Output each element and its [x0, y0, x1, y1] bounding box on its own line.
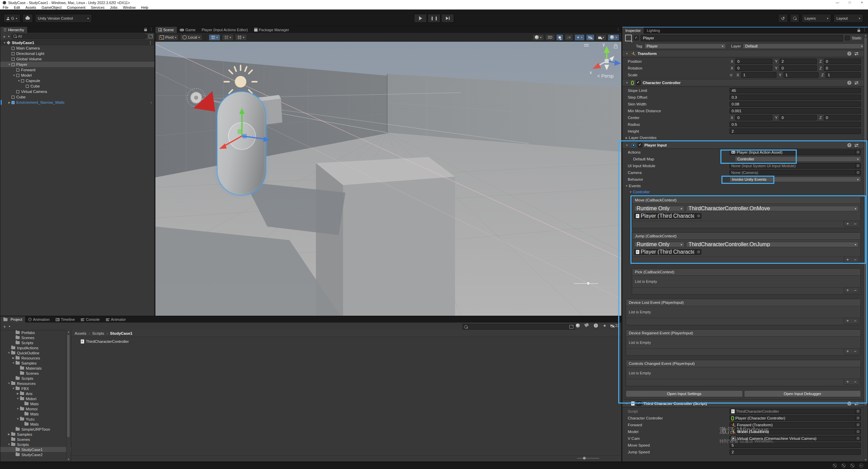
project-folder-simpleurptoon[interactable]: SimpleURPToon [0, 427, 71, 432]
project-folder-scripts[interactable]: ▼Scripts [0, 442, 71, 447]
tab-player-input-actions-editor-[interactable]: Player (Input Actions Editor) [199, 27, 251, 33]
preset-icon[interactable] [854, 81, 858, 84]
help-icon[interactable]: ? [847, 52, 851, 56]
undo-history-button[interactable]: ↺ [778, 14, 788, 23]
value-field[interactable]: 0.3 [730, 95, 861, 100]
layers-dropdown[interactable]: Layers ▾ [801, 14, 831, 23]
object-picker-icon[interactable]: ⊙ [855, 429, 861, 434]
hierarchy-row-main-camera[interactable]: Main Camera [0, 45, 154, 51]
shading-mode-dropdown[interactable]: ▾ [532, 34, 544, 41]
increment-snap-button[interactable]: ▾ [222, 34, 233, 41]
lock-icon[interactable] [857, 30, 860, 32]
player-capsule[interactable] [218, 92, 266, 195]
hidden-count-indicator[interactable]: 22 [610, 324, 619, 328]
remove-event-button[interactable]: − [851, 257, 859, 262]
effects-dropdown[interactable]: ✦▾ [574, 34, 585, 41]
scrollbar-thumb[interactable] [864, 38, 867, 406]
menu-item-assets[interactable]: Assets [23, 5, 39, 9]
chevron-down-icon[interactable]: ▾ [8, 35, 10, 38]
gameobject-name-field[interactable]: Player [641, 35, 843, 41]
enabled-checkbox[interactable] [636, 80, 641, 85]
breadcrumb-scripts[interactable]: Scripts [92, 331, 104, 335]
foldout-icon[interactable]: ▼ [7, 351, 11, 354]
foldout-icon[interactable]: ▼ [12, 74, 16, 77]
lighting-toggle[interactable] [556, 34, 563, 41]
local-toggle[interactable]: Local ▾ [180, 34, 202, 41]
value-field-z[interactable]: 0 [824, 65, 861, 71]
project-folder-aris[interactable]: ▶Aris [0, 391, 71, 396]
enabled-checkbox[interactable] [637, 401, 641, 406]
value-field-y[interactable]: 2 [779, 59, 816, 64]
transform-header[interactable]: ▼ Transform ? ⋮ [622, 50, 868, 57]
hierarchy-row-forward[interactable]: Forward [0, 67, 154, 73]
project-folder-scripts[interactable]: Scripts [0, 376, 71, 381]
asset-item-thirdcharactercontroller[interactable]: ThirdCharacterController [71, 338, 621, 345]
hierarchy-row-capsule[interactable]: ▼Capsule [0, 78, 154, 83]
kebab-menu-icon[interactable]: ⋮ [149, 40, 153, 45]
project-folder-materials[interactable]: Materials [0, 366, 71, 371]
sync-status-icon[interactable] [859, 464, 863, 468]
preset-icon[interactable] [854, 52, 858, 55]
foldout-icon[interactable]: ▼ [11, 361, 16, 365]
tab-scene[interactable]: Scene [155, 27, 177, 33]
cloud-button[interactable] [22, 14, 33, 23]
value-field[interactable]: 0.5 [730, 122, 861, 127]
pivot-toggle[interactable]: Pivot ▾ [157, 34, 178, 41]
project-folder-mats[interactable]: Mats [0, 401, 71, 406]
scroll-down-icon[interactable]: ▼ [864, 458, 867, 461]
measure-button[interactable]: ▾ [235, 34, 247, 41]
tab-package-manager[interactable]: Package Manager [251, 27, 292, 33]
tab-lighting[interactable]: Lighting [644, 27, 663, 34]
help-icon[interactable]: ? [847, 81, 851, 85]
breadcrumb-assets[interactable]: Assets [75, 331, 87, 335]
actions-object-field[interactable]: Player (Input Action Asset) ⊙ [730, 150, 861, 155]
account-button[interactable]: G ▾ [3, 14, 20, 23]
remove-event-button[interactable]: − [851, 379, 859, 385]
menu-item-services[interactable]: Services [88, 5, 107, 9]
foldout-icon[interactable]: ▶ [624, 136, 629, 139]
value-field-z[interactable]: 0 [824, 115, 861, 120]
project-folder-inputactions[interactable]: InputActions [0, 345, 71, 350]
breadcrumb-current[interactable]: StudyCase1 [110, 331, 132, 335]
object-field[interactable]: Virtual Camera (Cinemachine Virtual Came… [730, 436, 861, 441]
kebab-menu-icon[interactable]: ⋮ [616, 317, 620, 321]
open-input-debugger-button[interactable]: Open Input Debugger [744, 390, 861, 397]
add-event-button[interactable]: + [844, 349, 851, 354]
value-field-z[interactable]: 0 [824, 59, 861, 64]
preset-icon[interactable] [854, 402, 858, 405]
search-by-type-button[interactable] [576, 324, 580, 328]
event-target-field[interactable]: Player (Third Character Cor⊙ [634, 213, 701, 219]
open-window-icon[interactable] [149, 35, 153, 38]
tab-console[interactable]: Console [78, 316, 102, 323]
kebab-menu-icon[interactable]: ⋮ [863, 28, 866, 32]
project-folder-studycase1[interactable]: StudyCase1 [0, 447, 71, 452]
foldout-icon[interactable]: ▼ [625, 52, 629, 55]
default-map-dropdown[interactable]: Controller▾ [735, 156, 861, 162]
kebab-menu-icon[interactable]: ⋮ [616, 27, 620, 31]
pause-button[interactable] [428, 14, 440, 23]
layer-overrides-foldout[interactable]: ▶Layer Overrides [622, 135, 868, 141]
ui-input-module-field[interactable]: None (Input System UI Input Module) ⊙ [730, 163, 861, 169]
object-picker-icon[interactable]: ⊙ [696, 250, 701, 254]
static-checkbox[interactable] [845, 36, 850, 40]
play-button[interactable] [414, 14, 427, 23]
character-controller-header[interactable]: ▼ Character Controller ? ⋮ [622, 79, 868, 86]
inspector-scrollbar[interactable]: ▲ ▼ [863, 34, 868, 462]
scene-viewport[interactable]: y x z < Persp [155, 42, 621, 316]
add-event-button[interactable]: + [844, 288, 851, 293]
open-search-icon[interactable] [569, 325, 573, 329]
hierarchy-search-input[interactable]: All [11, 34, 147, 39]
messages-muted-icon[interactable] [842, 464, 846, 468]
value-field-x[interactable]: 1 [741, 72, 776, 78]
object-field[interactable]: Player (Character Controller)⊙ [730, 415, 861, 421]
camera-settings-dropdown[interactable]: ▾ [596, 34, 606, 41]
foldout-icon[interactable]: ▶ [7, 101, 12, 104]
foldout-icon[interactable]: ▶ [16, 392, 20, 395]
audio-toggle[interactable]: ♪× [565, 34, 573, 41]
controller-foldout[interactable]: ▼Controller [622, 189, 868, 195]
foldout-icon[interactable]: ▼ [16, 397, 20, 400]
value-field[interactable]: 45 [730, 88, 861, 93]
third-character-controller-header[interactable]: ▼ Third Character Controller (Script) ? … [622, 400, 868, 407]
step-button[interactable] [441, 14, 454, 23]
tab-timeline[interactable]: Timeline [53, 316, 78, 323]
